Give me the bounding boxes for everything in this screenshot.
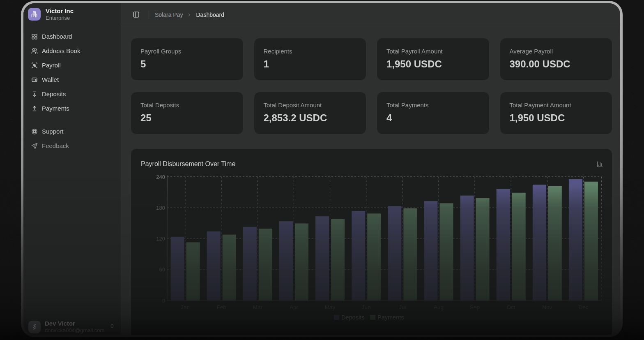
svg-text:120: 120 [156, 236, 165, 242]
svg-text:Oct: Oct [507, 304, 515, 310]
svg-text:Payments: Payments [377, 314, 404, 321]
svg-text:60: 60 [159, 266, 165, 273]
svg-text:Payroll Disbursement Over Time: Payroll Disbursement Over Time [141, 160, 235, 167]
svg-text:Sep: Sep [470, 304, 480, 310]
svg-text:Deposits: Deposits [341, 314, 364, 321]
svg-text:240: 240 [156, 174, 165, 180]
svg-text:Jul: Jul [399, 304, 406, 310]
svg-text:Mar: Mar [253, 304, 263, 310]
svg-text:180: 180 [156, 205, 165, 211]
svg-text:Jan: Jan [181, 304, 190, 310]
svg-text:Apr: Apr [290, 304, 299, 310]
svg-text:Nov: Nov [542, 304, 552, 310]
svg-text:Aug: Aug [434, 304, 444, 310]
svg-text:May: May [325, 304, 336, 310]
svg-text:0: 0 [162, 298, 165, 304]
svg-text:Feb: Feb [217, 304, 226, 310]
svg-text:Dec: Dec [578, 304, 588, 310]
svg-text:Jun: Jun [362, 304, 371, 310]
